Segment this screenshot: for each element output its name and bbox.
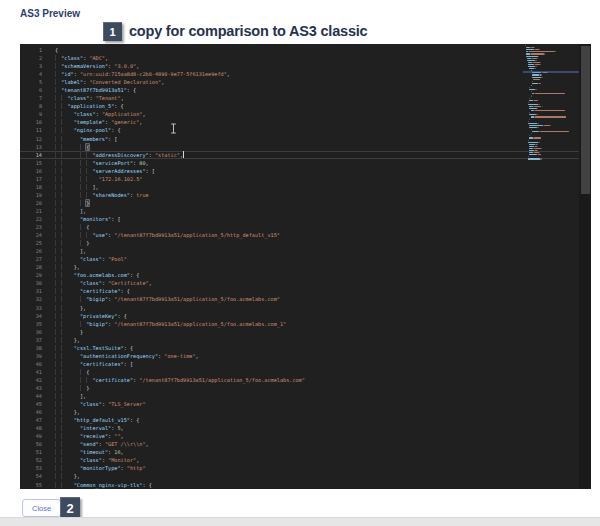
code-line[interactable]: 31 "certificate": {: [20, 287, 579, 295]
code-line[interactable]: 15 "servicePort": 80,: [20, 159, 579, 167]
indent-guides: [55, 160, 92, 166]
code-lines-area[interactable]: 1{2 "class": "ADC",3 "schemaVersion": "3…: [20, 46, 579, 489]
code-token: "receive": [80, 433, 108, 439]
code-token: ,: [196, 353, 199, 359]
minimap-line: [528, 156, 529, 157]
code-token: ],: [92, 184, 98, 190]
code-line[interactable]: 25 }: [20, 239, 579, 247]
code-line[interactable]: 33 },: [20, 304, 579, 312]
code-line[interactable]: 48 "interval": 5,: [20, 424, 579, 432]
code-line[interactable]: 46 },: [20, 408, 579, 416]
code-line[interactable]: 39 "authenticationFrequency": "one-time"…: [20, 352, 579, 360]
code-line[interactable]: 9 "class": "Application",: [20, 110, 579, 118]
code-token: "/tenant87f7bd9913a51/application_5/foo.…: [139, 377, 305, 383]
editor-minimap[interactable]: [523, 44, 579, 194]
code-line[interactable]: 51 "timeout": 16,: [20, 448, 579, 456]
minimap-line: [532, 77, 541, 78]
code-line[interactable]: 47 "http_default_v15": {: [20, 416, 579, 424]
code-line[interactable]: 24 "use": "/tenant87f7bd9913a51/applicat…: [20, 231, 579, 239]
code-line[interactable]: 6 "tenant87f7bd9913a51": {: [20, 86, 579, 94]
code-line[interactable]: 43 }: [20, 384, 579, 392]
close-button[interactable]: Close: [22, 499, 61, 517]
minimap-line: [529, 87, 530, 88]
line-number: 18: [20, 183, 42, 191]
code-line[interactable]: 29 "foo.acmelabs.com": {: [20, 271, 579, 279]
indent-guides: [55, 465, 80, 471]
line-number: 40: [20, 360, 42, 368]
code-line[interactable]: 10 "template": "generic",: [20, 118, 579, 126]
code-line[interactable]: 40 "certificates": [: [20, 360, 579, 368]
code-line[interactable]: 23 {: [20, 223, 579, 231]
line-number: 29: [20, 271, 42, 279]
code-token: "class": [61, 55, 83, 61]
code-line[interactable]: 26 ],: [20, 247, 579, 255]
code-token: "class": [80, 256, 102, 262]
code-line[interactable]: 30 "class": "Certificate",: [20, 279, 579, 287]
line-number: 16: [20, 167, 42, 175]
code-token: "nginx-pool": [74, 127, 111, 133]
editor-scrollbar[interactable]: [579, 44, 591, 489]
code-line[interactable]: 18 ],: [20, 183, 579, 191]
indent-guides: [55, 272, 74, 278]
code-line[interactable]: 21 ],: [20, 207, 579, 215]
code-line[interactable]: 35 "bigip": "/tenant87f7bd9913a51/applic…: [20, 320, 579, 328]
code-line[interactable]: 13 {: [20, 143, 579, 151]
minimap-line: [538, 142, 540, 143]
code-line[interactable]: 53 "monitorType": "http": [20, 464, 579, 472]
code-line[interactable]: 32 "bigip": "/tenant87f7bd9913a51/applic…: [20, 295, 579, 303]
scrollbar-thumb[interactable]: [581, 46, 590, 194]
code-token: "one-time": [164, 353, 195, 359]
code-line[interactable]: 14 "addressDiscovery": "static",: [20, 151, 579, 159]
code-token: : {: [111, 127, 120, 133]
code-line[interactable]: 17 "172.16.102.5": [20, 175, 579, 183]
line-number: 55: [20, 481, 42, 489]
code-token: "Pool": [108, 256, 127, 262]
code-line[interactable]: 16 "serverAddresses": [: [20, 167, 579, 175]
code-line[interactable]: 12 "members": [: [20, 135, 579, 143]
code-line[interactable]: 3 "schemaVersion": "3.0.0",: [20, 62, 579, 70]
indent-guides: [55, 288, 80, 294]
code-line[interactable]: 45 "class": "TLS_Server": [20, 400, 579, 408]
code-line[interactable]: 22 "monitors": [: [20, 215, 579, 223]
code-line[interactable]: 44 ],: [20, 392, 579, 400]
code-line[interactable]: 19 "shareNodes": true: [20, 191, 579, 199]
code-line[interactable]: 5 "label": "Converted Declaration",: [20, 78, 579, 86]
code-token: : {: [124, 345, 133, 351]
code-line[interactable]: 4 "id": "urn:uuid:715aa8d8-c2b0-4890-9e7…: [20, 70, 579, 78]
code-line[interactable]: 54 },: [20, 472, 579, 480]
code-line[interactable]: 20 }: [20, 199, 579, 207]
code-token: ,: [227, 71, 230, 77]
json-code-editor[interactable]: 1{2 "class": "ADC",3 "schemaVersion": "3…: [20, 44, 591, 489]
code-line[interactable]: 8 "application_5": {: [20, 102, 579, 110]
code-line[interactable]: 49 "receive": "",: [20, 432, 579, 440]
code-token: ,: [105, 55, 108, 61]
code-line[interactable]: 38 "cssl.TestSuite": {: [20, 344, 579, 352]
code-line[interactable]: 55 "Common_nginx-vip-tls": {: [20, 481, 579, 489]
minimap-line: [532, 81, 533, 82]
code-line[interactable]: 36 }: [20, 328, 579, 336]
code-line[interactable]: 7 "class": "Tenant",: [20, 94, 579, 102]
minimap-line: [529, 154, 536, 155]
code-token: ,: [139, 119, 142, 125]
code-line[interactable]: 34 "privateKey": {: [20, 312, 579, 320]
minimap-line: [539, 49, 540, 50]
code-line[interactable]: 42 "certificate": "/tenant87f7bd9913a51/…: [20, 376, 579, 384]
code-token: "tenant87f7bd9913a51": [61, 87, 127, 93]
code-line[interactable]: 41 {: [20, 368, 579, 376]
line-number: 53: [20, 464, 42, 472]
code-line[interactable]: 52 "class": "Monitor",: [20, 456, 579, 464]
indent-guides: [55, 417, 74, 423]
indent-guides: [55, 393, 80, 399]
code-line[interactable]: 28 },: [20, 263, 579, 271]
indent-guides: [55, 144, 86, 150]
code-token: "template": [74, 119, 105, 125]
code-line[interactable]: 27 "class": "Pool": [20, 255, 579, 263]
code-line[interactable]: 2 "class": "ADC",: [20, 54, 579, 62]
code-line[interactable]: 1{: [20, 46, 579, 54]
code-line[interactable]: 11 "nginx-pool": {: [20, 126, 579, 134]
indent-guides: [55, 313, 80, 319]
code-line[interactable]: 37 },: [20, 336, 579, 344]
code-line[interactable]: 50 "send": "GET /\\r\\n",: [20, 440, 579, 448]
annotation-number: 2: [66, 501, 73, 516]
line-number: 34: [20, 312, 42, 320]
